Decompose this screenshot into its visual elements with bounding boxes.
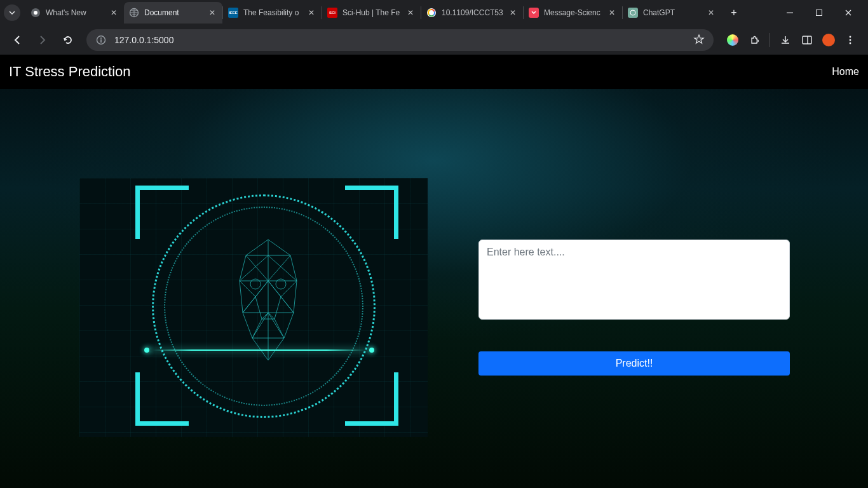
svg-point-8: [100, 37, 102, 39]
svg-point-4: [630, 10, 635, 15]
svg-point-15: [250, 279, 261, 289]
scan-line: [147, 349, 372, 351]
arrow-right-icon: [37, 34, 48, 46]
close-icon[interactable]: ✕: [207, 8, 217, 18]
tab-whats-new[interactable]: What's New ✕: [25, 2, 124, 24]
tab-scihub[interactable]: SCI Sci-Hub | The Fe ✕: [322, 2, 421, 24]
address-bar[interactable]: 127.0.0.1:5000: [86, 29, 714, 51]
svg-point-14: [850, 43, 851, 44]
browser-tab-strip: What's New ✕ Document ✕ IEEE The Feasibi…: [0, 0, 868, 25]
face-mesh-icon: [227, 236, 309, 363]
tab-label: Message-Scienc: [544, 8, 602, 17]
face-scan-illustration: [79, 178, 428, 437]
close-icon[interactable]: ✕: [405, 8, 416, 18]
tab-label: Sci-Hub | The Fe: [342, 8, 400, 17]
chrome-menu-icon[interactable]: [844, 34, 857, 46]
toolbar-separator: [770, 33, 770, 47]
app-header: IT Stress Prediction Home: [0, 55, 868, 89]
svg-point-12: [850, 36, 851, 38]
new-tab-button[interactable]: +: [725, 4, 743, 22]
globe-icon: [129, 8, 139, 18]
bookmark-star-icon[interactable]: [693, 34, 705, 47]
tab-label: ChatGPT: [643, 8, 701, 17]
side-panel-icon[interactable]: [801, 34, 813, 46]
extensions-puzzle-icon[interactable]: [748, 34, 761, 46]
close-icon[interactable]: ✕: [607, 8, 617, 18]
scan-frame-corner: [345, 372, 398, 426]
close-icon[interactable]: ✕: [508, 8, 518, 18]
profile-avatar-icon[interactable]: [822, 34, 835, 46]
nav-home-link[interactable]: Home: [832, 66, 859, 78]
reload-icon: [62, 34, 74, 46]
tab-ieee[interactable]: IEEE The Feasibility o ✕: [223, 2, 322, 24]
extension-icons: [721, 33, 862, 47]
chevron-down-icon: [9, 10, 15, 16]
pocket-icon: [529, 8, 539, 18]
google-icon: [426, 8, 437, 18]
tab-label: The Feasibility o: [243, 8, 301, 17]
ieee-icon: IEEE: [228, 8, 238, 18]
reload-button[interactable]: [57, 29, 79, 51]
close-window-button[interactable]: [834, 0, 863, 25]
close-icon[interactable]: ✕: [306, 8, 316, 18]
tab-google[interactable]: 10.1109/ICCCT53 ✕: [421, 2, 523, 24]
pinwheel-extension-icon[interactable]: [726, 34, 739, 46]
scihub-icon: SCI: [327, 8, 337, 18]
hero-section: Predict!!: [0, 89, 868, 488]
downloads-icon[interactable]: [779, 34, 792, 46]
window-controls: [775, 0, 863, 25]
tab-chatgpt[interactable]: ChatGPT ✕: [623, 2, 721, 24]
svg-point-1: [34, 11, 37, 15]
tab-search-button[interactable]: [4, 4, 20, 21]
site-info-icon[interactable]: [95, 34, 107, 46]
tab-label: What's New: [46, 8, 104, 17]
close-icon[interactable]: ✕: [109, 8, 119, 18]
tab-label: Document: [144, 8, 202, 17]
tab-pocket[interactable]: Message-Scienc ✕: [524, 2, 622, 24]
url-text: 127.0.0.1:5000: [114, 35, 686, 45]
forward-button[interactable]: [32, 29, 53, 51]
prediction-form: Predict!!: [478, 178, 792, 376]
tab-label: 10.1109/ICCCT53: [442, 8, 503, 17]
close-icon[interactable]: ✕: [706, 8, 716, 18]
svg-rect-10: [803, 36, 811, 44]
scan-frame-corner: [345, 186, 398, 239]
svg-point-13: [850, 39, 851, 41]
maximize-button[interactable]: [804, 0, 834, 25]
minimize-button[interactable]: [775, 0, 804, 25]
svg-rect-9: [100, 39, 102, 43]
app-title: IT Stress Prediction: [9, 64, 131, 80]
browser-toolbar: 127.0.0.1:5000: [0, 25, 868, 55]
svg-rect-6: [817, 10, 822, 16]
svg-point-16: [276, 279, 286, 289]
back-button[interactable]: [6, 29, 28, 51]
text-input[interactable]: [478, 240, 790, 320]
predict-button[interactable]: Predict!!: [478, 351, 790, 376]
page-viewport: IT Stress Prediction Home: [0, 55, 868, 488]
chrome-icon: [31, 8, 41, 18]
arrow-left-icon: [11, 34, 23, 46]
tab-document[interactable]: Document ✕: [124, 2, 222, 24]
chatgpt-icon: [628, 8, 638, 18]
